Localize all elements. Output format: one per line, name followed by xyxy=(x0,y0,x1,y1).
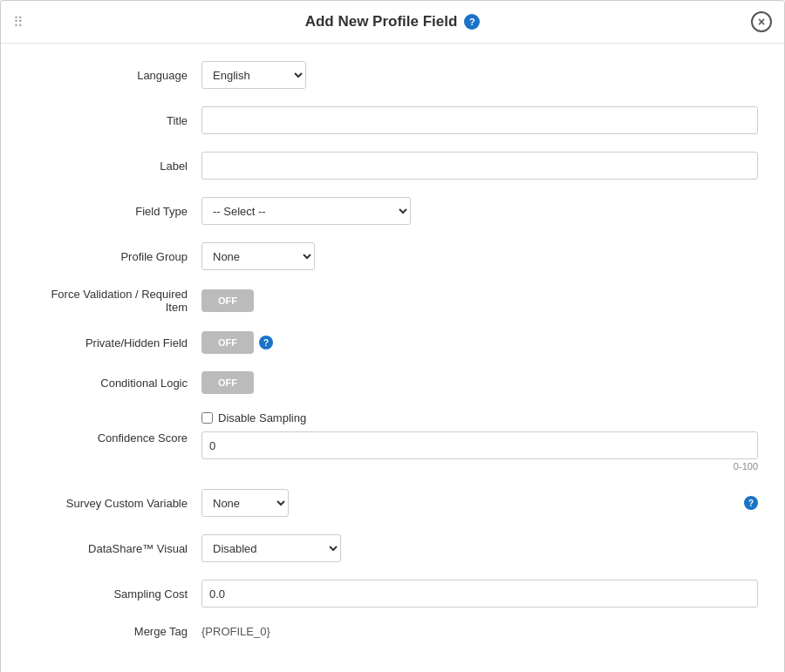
merge-tag-label: Merge Tag xyxy=(27,625,201,638)
label-row: Label xyxy=(27,152,758,180)
language-control: English French Spanish German xyxy=(201,61,758,89)
label-control xyxy=(201,152,758,180)
conditional-logic-row: Conditional Logic OFF xyxy=(27,371,758,394)
field-type-row: Field Type -- Select -- Text Dropdown Ch… xyxy=(27,197,758,225)
sampling-cost-label: Sampling Cost xyxy=(27,587,201,601)
private-field-label: Private/Hidden Field xyxy=(27,336,201,350)
force-validation-toggle-label: OFF xyxy=(218,295,237,306)
conditional-logic-label: Conditional Logic xyxy=(27,377,201,390)
survey-custom-var-select[interactable]: None Var 1 Var 2 xyxy=(201,489,289,517)
survey-custom-var-label: Survey Custom Variable xyxy=(27,497,201,510)
modal-body: Language English French Spanish German T… xyxy=(1,44,784,672)
survey-custom-var-control: None Var 1 Var 2 ? xyxy=(201,489,758,517)
sampling-cost-input[interactable] xyxy=(201,580,758,608)
confidence-score-label: Confidence Score xyxy=(27,431,201,445)
private-field-toggle-label: OFF xyxy=(218,337,237,348)
private-field-help-icon[interactable]: ? xyxy=(259,336,273,350)
label-label: Label xyxy=(27,160,201,173)
private-field-row: Private/Hidden Field OFF ? xyxy=(27,331,758,354)
modal-title: Add New Profile Field xyxy=(305,13,458,31)
profile-group-label: Profile Group xyxy=(27,250,201,263)
field-type-label: Field Type xyxy=(27,205,201,218)
merge-tag-value: {PROFILE_0} xyxy=(201,625,270,638)
title-control xyxy=(201,106,758,134)
survey-custom-var-row: Survey Custom Variable None Var 1 Var 2 … xyxy=(27,489,758,517)
label-input[interactable] xyxy=(201,152,758,180)
confidence-range-hint: 0-100 xyxy=(201,461,758,472)
close-button[interactable]: × xyxy=(751,11,772,32)
private-field-toggle[interactable]: OFF xyxy=(201,331,254,354)
sampling-cost-control xyxy=(201,580,758,608)
confidence-score-input[interactable] xyxy=(201,431,758,459)
force-validation-toggle[interactable]: OFF xyxy=(201,289,254,312)
confidence-score-control: 0-100 xyxy=(201,431,758,472)
conditional-logic-toggle-label: OFF xyxy=(218,377,237,388)
profile-group-control: None Group 1 Group 2 xyxy=(201,242,758,270)
field-type-control: -- Select -- Text Dropdown Checkbox Radi… xyxy=(201,197,758,225)
survey-custom-var-help-icon[interactable]: ? xyxy=(744,496,758,510)
language-row: Language English French Spanish German xyxy=(27,61,758,89)
profile-group-select[interactable]: None Group 1 Group 2 xyxy=(201,242,315,270)
drag-handle-icon[interactable]: ⠿ xyxy=(13,14,24,31)
conditional-logic-control: OFF xyxy=(201,371,758,394)
title-input[interactable] xyxy=(201,106,758,134)
datashare-visual-select[interactable]: Disabled Enabled xyxy=(201,534,341,562)
sampling-cost-row: Sampling Cost xyxy=(27,580,758,608)
conditional-logic-toggle[interactable]: OFF xyxy=(201,371,254,394)
force-validation-control: OFF xyxy=(201,289,758,312)
merge-tag-control: {PROFILE_0} xyxy=(201,625,758,638)
datashare-visual-row: DataShare™ Visual Disabled Enabled xyxy=(27,534,758,562)
datashare-visual-control: Disabled Enabled xyxy=(201,534,758,562)
language-select[interactable]: English French Spanish German xyxy=(201,61,306,89)
private-field-control: OFF ? xyxy=(201,331,758,354)
profile-group-row: Profile Group None Group 1 Group 2 xyxy=(27,242,758,270)
language-label: Language xyxy=(27,69,201,82)
modal-header: ⠿ Add New Profile Field ? × xyxy=(1,1,784,44)
force-validation-row: Force Validation / Required Item OFF xyxy=(27,288,758,314)
confidence-score-row: Confidence Score 0-100 xyxy=(27,431,758,472)
merge-tag-row: Merge Tag {PROFILE_0} xyxy=(27,625,758,638)
disable-sampling-row: Disable Sampling xyxy=(27,411,758,424)
title-help-icon[interactable]: ? xyxy=(464,14,480,30)
force-validation-label: Force Validation / Required Item xyxy=(27,288,201,314)
add-profile-field-modal: ⠿ Add New Profile Field ? × Language Eng… xyxy=(0,0,785,672)
title-label: Title xyxy=(27,114,201,127)
disable-sampling-label: Disable Sampling xyxy=(218,411,306,424)
disable-sampling-checkbox[interactable] xyxy=(201,412,213,424)
datashare-visual-label: DataShare™ Visual xyxy=(27,542,201,555)
title-row: Title xyxy=(27,106,758,134)
field-type-select[interactable]: -- Select -- Text Dropdown Checkbox Radi… xyxy=(201,197,411,225)
